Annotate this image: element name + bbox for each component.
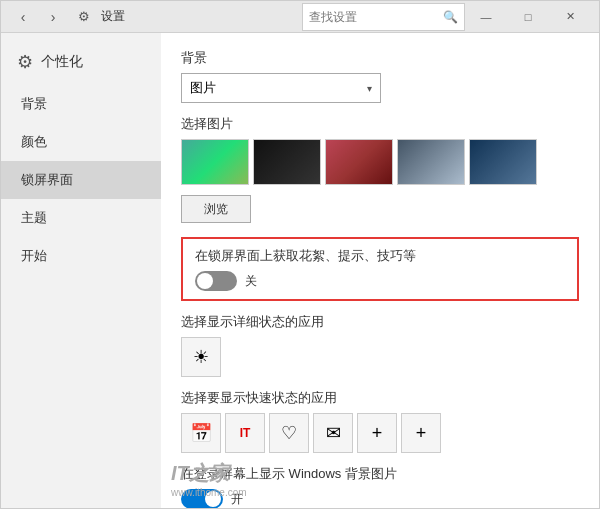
tips-toggle-knob bbox=[197, 273, 213, 289]
sidebar-item-lockscreen[interactable]: 锁屏界面 bbox=[1, 161, 161, 199]
sidebar-item-start[interactable]: 开始 bbox=[1, 237, 161, 275]
quick-app-add2[interactable]: + bbox=[401, 413, 441, 453]
sidebar-item-label-lockscreen: 锁屏界面 bbox=[21, 171, 73, 189]
quick-app-add1[interactable]: + bbox=[357, 413, 397, 453]
detail-app-weather[interactable]: ☀ bbox=[181, 337, 221, 377]
tips-highlight-box: 在锁屏界面上获取花絮、提示、技巧等 关 bbox=[181, 237, 579, 301]
watermark: IT之家 www.ithome.com bbox=[171, 460, 247, 498]
title-bar-right: 🔍 — □ ✕ bbox=[302, 3, 591, 31]
search-input[interactable] bbox=[309, 10, 439, 24]
settings-window: ‹ › ⚙ 设置 🔍 — □ ✕ bbox=[0, 0, 600, 509]
sidebar-item-theme[interactable]: 主题 bbox=[1, 199, 161, 237]
watermark-logo: IT之家 bbox=[171, 460, 247, 487]
sidebar-item-label-background: 背景 bbox=[21, 95, 47, 113]
detail-apps-row: ☀ bbox=[181, 337, 579, 377]
calendar-icon: 📅 bbox=[190, 422, 212, 444]
image-grid bbox=[181, 139, 579, 185]
weather-icon: ☀ bbox=[193, 346, 209, 368]
quick-app-mail[interactable]: ✉ bbox=[313, 413, 353, 453]
tips-toggle-label: 关 bbox=[245, 273, 257, 290]
sidebar-item-color[interactable]: 颜色 bbox=[1, 123, 161, 161]
dropdown-arrow-icon: ▾ bbox=[367, 83, 372, 94]
minimize-icon: — bbox=[481, 11, 492, 23]
sidebar: ⚙ 个性化 背景 颜色 锁屏界面 主题 开始 bbox=[1, 33, 161, 508]
forward-icon: › bbox=[51, 9, 56, 25]
tips-label: 在锁屏界面上获取花絮、提示、技巧等 bbox=[195, 247, 565, 265]
image-thumb-2[interactable] bbox=[325, 139, 393, 185]
title-bar-left: ‹ › ⚙ 设置 bbox=[9, 6, 125, 28]
browse-label: 浏览 bbox=[204, 201, 228, 218]
quick-app-heart[interactable]: ♡ bbox=[269, 413, 309, 453]
back-button[interactable]: ‹ bbox=[9, 6, 37, 28]
tips-toggle[interactable] bbox=[195, 271, 237, 291]
heart-icon: ♡ bbox=[281, 422, 297, 444]
maximize-button[interactable]: □ bbox=[507, 3, 549, 31]
quick-app-calendar[interactable]: 📅 bbox=[181, 413, 221, 453]
sidebar-item-label-start: 开始 bbox=[21, 247, 47, 265]
bg-type-dropdown[interactable]: 图片 ▾ bbox=[181, 73, 381, 103]
add2-icon: + bbox=[416, 423, 427, 444]
select-image-label: 选择图片 bbox=[181, 115, 579, 133]
maximize-icon: □ bbox=[525, 11, 532, 23]
main-content: 背景 图片 ▾ 选择图片 浏览 在锁屏界面上获取花絮、提 bbox=[161, 33, 599, 508]
quick-status-label: 选择要显示快速状态的应用 bbox=[181, 389, 579, 407]
back-icon: ‹ bbox=[21, 9, 26, 25]
bg-section-label: 背景 bbox=[181, 49, 579, 67]
quick-status-section: 选择要显示快速状态的应用 📅 IT ♡ ✉ + bbox=[181, 389, 579, 453]
watermark-url: www.ithome.com bbox=[171, 487, 247, 498]
personalization-gear-icon: ⚙ bbox=[17, 51, 33, 73]
search-icon: 🔍 bbox=[443, 10, 458, 24]
minimize-button[interactable]: — bbox=[465, 3, 507, 31]
sidebar-title: 个性化 bbox=[41, 53, 83, 71]
close-button[interactable]: ✕ bbox=[549, 3, 591, 31]
sidebar-item-background[interactable]: 背景 bbox=[1, 85, 161, 123]
close-icon: ✕ bbox=[566, 10, 575, 23]
add1-icon: + bbox=[372, 423, 383, 444]
search-box[interactable]: 🔍 bbox=[302, 3, 465, 31]
quick-app-it[interactable]: IT bbox=[225, 413, 265, 453]
nav-buttons: ‹ › bbox=[9, 6, 67, 28]
window-title: 设置 bbox=[101, 8, 125, 25]
content-area: ⚙ 个性化 背景 颜色 锁屏界面 主题 开始 背景 bbox=[1, 33, 599, 508]
image-thumb-3[interactable] bbox=[397, 139, 465, 185]
image-thumb-1[interactable] bbox=[253, 139, 321, 185]
it-icon: IT bbox=[240, 426, 251, 440]
quick-apps-row: 📅 IT ♡ ✉ + + bbox=[181, 413, 579, 453]
tips-toggle-row: 关 bbox=[195, 271, 565, 291]
sidebar-header: ⚙ 个性化 bbox=[1, 43, 161, 85]
forward-button[interactable]: › bbox=[39, 6, 67, 28]
sidebar-item-label-color: 颜色 bbox=[21, 133, 47, 151]
image-thumb-4[interactable] bbox=[469, 139, 537, 185]
image-thumb-0[interactable] bbox=[181, 139, 249, 185]
settings-gear-icon: ⚙ bbox=[75, 8, 93, 26]
detail-status-section: 选择显示详细状态的应用 ☀ bbox=[181, 313, 579, 377]
detail-status-label: 选择显示详细状态的应用 bbox=[181, 313, 579, 331]
sidebar-item-label-theme: 主题 bbox=[21, 209, 47, 227]
browse-button[interactable]: 浏览 bbox=[181, 195, 251, 223]
bg-type-value: 图片 bbox=[190, 79, 216, 97]
mail-icon: ✉ bbox=[326, 422, 341, 444]
title-bar: ‹ › ⚙ 设置 🔍 — □ ✕ bbox=[1, 1, 599, 33]
